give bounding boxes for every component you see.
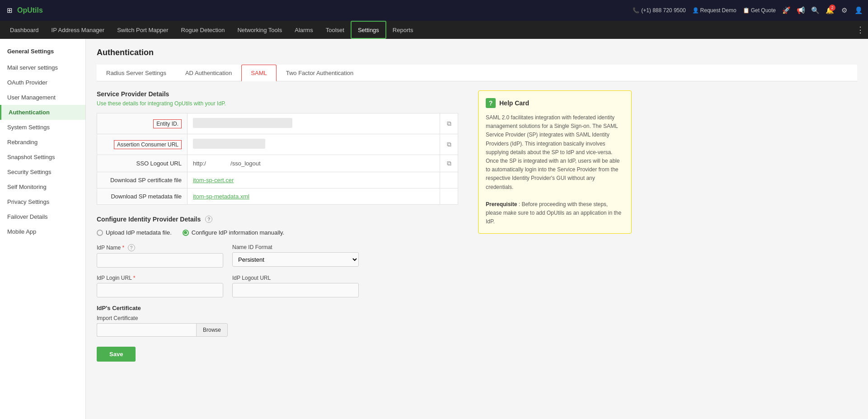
upload-metadata-option[interactable]: Upload IdP metadata file. [97, 229, 172, 236]
idp-name-label: IdP Name * ? [97, 244, 223, 251]
help-card-icon: ? [486, 98, 496, 108]
sidebar-item-mobile-app[interactable]: Mobile App [0, 224, 85, 239]
cert-input-row: Browse [97, 323, 467, 337]
notification-icon[interactable]: 🔔 2 [826, 6, 834, 14]
gear-icon[interactable]: ⚙ [840, 6, 848, 14]
content-area: Authentication Radius Server Settings AD… [86, 39, 868, 419]
sidebar-item-security-settings[interactable]: Security Settings [0, 165, 85, 179]
sso-logout-text: http:/ /sso_logout [193, 160, 261, 167]
cert-file-input[interactable] [97, 323, 196, 337]
browse-button[interactable]: Browse [196, 323, 228, 337]
sidebar-item-self-monitoring[interactable]: Self Monitoring [0, 179, 85, 194]
main-content: Service Provider Details Use these detai… [97, 90, 857, 362]
get-quote-link[interactable]: 📋 Get Quote [743, 7, 776, 14]
required-marker-2: * [133, 275, 136, 281]
tab-two-factor[interactable]: Two Factor Authentication [277, 65, 363, 81]
upload-metadata-label: Upload IdP metadata file. [106, 229, 172, 236]
download-cert-label: Download SP certificate file [97, 172, 188, 188]
app-name: OpUtils [17, 6, 43, 14]
configure-options: Upload IdP metadata file. Configure IdP … [97, 229, 467, 236]
user-icon[interactable]: 👤 [854, 6, 863, 14]
entity-id-copy[interactable]: ⧉ [440, 113, 458, 134]
idp-logout-url-label: IdP Logout URL [232, 275, 359, 281]
assertion-consumer-copy[interactable]: ⧉ [440, 134, 458, 155]
nav-alarms[interactable]: Alarms [288, 21, 319, 39]
sidebar-item-user-management[interactable]: User Management [0, 90, 85, 105]
download-metadata-link[interactable]: itom-sp-metadata.xml [193, 193, 249, 200]
required-marker: * [122, 245, 124, 251]
sidebar-item-privacy-settings[interactable]: Privacy Settings [0, 194, 85, 209]
service-provider-table: Entity ID. ⧉ Assertion Consumer URL ⧉ SS… [97, 113, 458, 205]
configure-manually-label: Configure IdP information manually. [192, 229, 284, 236]
nav-dashboard[interactable]: Dashboard [4, 21, 45, 39]
name-id-format-select[interactable]: Persistent Transient EmailAddress Unspec… [232, 252, 359, 267]
page-title: Authentication [97, 48, 857, 57]
request-demo-link[interactable]: 👤 Request Demo [692, 7, 737, 14]
topbar: ⊞ OpUtils 📞 (+1) 888 720 9500 👤 Request … [0, 0, 868, 21]
configure-help-icon[interactable]: ? [205, 216, 212, 223]
grid-icon[interactable]: ⊞ [5, 6, 14, 14]
sidebar-item-oauth-provider[interactable]: OAuth Provider [0, 75, 85, 90]
idp-login-url-label: IdP Login URL * [97, 275, 223, 281]
name-id-format-group: Name ID Format Persistent Transient Emai… [232, 244, 359, 268]
idp-logout-url-input[interactable] [232, 283, 359, 297]
assertion-consumer-box: Assertion Consumer URL [114, 140, 182, 149]
megaphone-icon[interactable]: 📢 [797, 6, 805, 14]
assertion-consumer-value [188, 134, 440, 155]
nav-switch-port-mapper[interactable]: Switch Port Mapper [111, 21, 174, 39]
help-card-text: SAML 2.0 facilitates integration with fe… [486, 113, 624, 192]
copy-icon[interactable]: ⧉ [447, 120, 451, 127]
phone-number: 📞 (+1) 888 720 9500 [633, 7, 685, 14]
tab-saml[interactable]: SAML [241, 65, 276, 81]
nav-reports[interactable]: Reports [386, 21, 420, 39]
idp-name-input[interactable] [97, 253, 223, 268]
download-cert-link[interactable]: itom-sp-cert.cer [193, 177, 234, 184]
idp-logout-url-group: IdP Logout URL [232, 275, 359, 297]
nav-rogue-detection[interactable]: Rogue Detection [175, 21, 231, 39]
idp-login-url-input[interactable] [97, 283, 223, 297]
sidebar-item-failover-details[interactable]: Failover Details [0, 209, 85, 224]
service-provider-title: Service Provider Details [97, 90, 467, 98]
help-card: ? Help Card SAML 2.0 facilitates integra… [478, 90, 632, 234]
search-icon[interactable]: 🔍 [811, 6, 819, 14]
rocket-icon[interactable]: 🚀 [782, 6, 790, 14]
sidebar: General Settings Mail server settings OA… [0, 39, 86, 419]
layout: General Settings Mail server settings OA… [0, 39, 868, 419]
sso-logout-label: SSO Logout URL [97, 155, 188, 172]
cert-section-title: IdP's Certificate [97, 305, 467, 311]
sidebar-item-authentication[interactable]: Authentication [0, 105, 85, 120]
topbar-left: ⊞ OpUtils [5, 6, 43, 14]
tab-ad-authentication[interactable]: AD Authentication [176, 65, 241, 81]
nav-networking-tools[interactable]: Networking Tools [231, 21, 288, 39]
more-options-icon[interactable]: ⋮ [856, 25, 864, 35]
name-id-format-label: Name ID Format [232, 244, 359, 250]
nav-ip-address-manager[interactable]: IP Address Manager [45, 21, 111, 39]
idp-name-help-icon[interactable]: ? [128, 244, 135, 251]
table-row: Download SP metadata file itom-sp-metada… [97, 188, 458, 205]
assertion-consumer-field [193, 139, 265, 149]
certificate-section: IdP's Certificate Import Certificate Bro… [97, 305, 467, 337]
notification-badge: 2 [829, 5, 835, 11]
save-button[interactable]: Save [97, 347, 136, 362]
sidebar-title: General Settings [0, 44, 85, 60]
nav-settings[interactable]: Settings [351, 21, 386, 39]
sso-logout-copy[interactable]: ⧉ [440, 155, 458, 172]
sidebar-item-rebranding[interactable]: Rebranding [0, 135, 85, 150]
sidebar-item-mail-server[interactable]: Mail server settings [0, 60, 85, 75]
copy-icon-2[interactable]: ⧉ [447, 141, 451, 148]
service-provider-subtitle: Use these details for integrating OpUtil… [97, 100, 467, 107]
quote-icon: 📋 [743, 7, 750, 14]
help-card-title: ? Help Card [486, 98, 624, 108]
table-row: SSO Logout URL http:/ /sso_logout ⧉ [97, 155, 458, 172]
sidebar-item-snapshot-settings[interactable]: Snapshot Settings [0, 150, 85, 165]
form-area: Service Provider Details Use these detai… [97, 90, 467, 362]
sidebar-item-system-settings[interactable]: System Settings [0, 120, 85, 135]
tab-radius-server[interactable]: Radius Server Settings [97, 65, 176, 81]
nav-toolset[interactable]: Toolset [319, 21, 351, 39]
configure-manually-option[interactable]: Configure IdP information manually. [183, 229, 284, 236]
download-cert-value: itom-sp-cert.cer [188, 172, 440, 188]
help-card-body: SAML 2.0 facilitates integration with fe… [486, 113, 624, 226]
copy-icon-3[interactable]: ⧉ [447, 160, 451, 167]
configure-idp-title: Configure Identity Provider Details ? [97, 216, 467, 223]
table-row: Download SP certificate file itom-sp-cer… [97, 172, 458, 188]
